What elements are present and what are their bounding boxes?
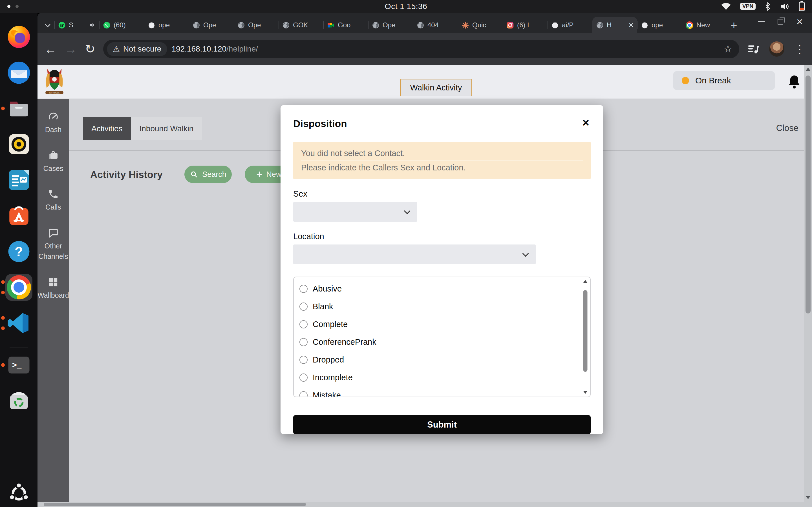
search-button[interactable]: Search <box>185 166 232 183</box>
horizontal-scroll-thumb[interactable] <box>44 503 306 506</box>
restore-icon <box>777 19 783 24</box>
tab-title: H <box>607 21 625 29</box>
address-bar[interactable]: ⚠ Not secure 192.168.10.120/helpline/ ☆ <box>103 40 739 58</box>
tab-title: Quic <box>472 21 499 29</box>
walkin-activity-button[interactable]: Walkin Activity <box>400 79 472 96</box>
radio-icon[interactable] <box>299 320 308 328</box>
dock-item[interactable]: >_ <box>5 351 33 379</box>
agent-status-selector[interactable]: On Break <box>673 71 775 90</box>
tab-inbound-walkin[interactable]: Inbound Walkin <box>131 117 202 140</box>
window-controls: × <box>752 13 809 31</box>
sidebar-item-label: Cases <box>43 163 63 174</box>
sidebar-item[interactable]: Wallboard <box>38 277 69 301</box>
browser-tab[interactable]: New × <box>682 17 727 33</box>
sidebar-item[interactable]: Dash <box>38 111 69 135</box>
browser-tab[interactable]: H × <box>592 17 637 33</box>
sidebar-item[interactable]: Calls <box>38 188 69 213</box>
disposition-option[interactable]: Abusive <box>299 280 590 298</box>
instagram-icon <box>506 21 514 29</box>
volume-icon <box>780 2 790 11</box>
scroll-down-arrow[interactable] <box>806 496 811 499</box>
dock-item[interactable] <box>5 387 33 414</box>
horizontal-scrollbar[interactable] <box>38 502 804 507</box>
dock: ? >_ <box>0 13 38 507</box>
meet-icon <box>327 21 335 29</box>
browser-tab[interactable]: GOK × <box>278 17 323 33</box>
close-window-button[interactable]: × <box>790 13 809 31</box>
whatsapp-icon <box>103 21 110 29</box>
radio-icon[interactable] <box>299 391 308 397</box>
radio-icon[interactable] <box>299 356 308 364</box>
browser-tab[interactable]: S × <box>54 17 99 33</box>
sex-select[interactable] <box>293 202 417 222</box>
disposition-option[interactable]: Mistake <box>299 386 590 397</box>
scroll-down-arrow[interactable] <box>583 391 588 394</box>
workspace-indicator[interactable] <box>7 5 18 8</box>
dock-item[interactable] <box>5 202 33 229</box>
modal-close-icon[interactable]: × <box>582 117 589 129</box>
disposition-list: Abusive Blank Complete <box>293 277 591 397</box>
disposition-option[interactable]: Complete <box>299 316 590 333</box>
browser-tab[interactable]: ope × <box>144 17 189 33</box>
disposition-option[interactable]: Incomplete <box>299 369 590 386</box>
browser-tab[interactable]: Ope × <box>234 17 278 33</box>
sidebar-item[interactable]: Other Channels <box>38 227 69 262</box>
tab-search-button[interactable] <box>41 17 54 33</box>
submit-button[interactable]: Submit <box>293 415 591 434</box>
close-link[interactable]: Close <box>776 123 799 133</box>
radio-icon[interactable] <box>299 285 308 293</box>
browser-tab[interactable]: (60) × <box>99 17 144 33</box>
restore-button[interactable] <box>771 13 790 31</box>
dock-item[interactable] <box>5 166 33 193</box>
location-select[interactable] <box>293 244 536 264</box>
scroll-up-arrow[interactable] <box>806 68 811 71</box>
browser-tab[interactable]: Goo × <box>323 17 368 33</box>
browser-tab[interactable]: Ope × <box>189 17 234 33</box>
dock-item[interactable] <box>5 131 33 158</box>
notifications-bell-icon[interactable] <box>788 74 801 89</box>
forward-button[interactable]: → <box>64 43 77 55</box>
tab-activities[interactable]: Activities <box>83 117 131 140</box>
reload-button[interactable]: ↻ <box>85 43 95 55</box>
media-controls-icon[interactable] <box>747 43 760 55</box>
security-chip[interactable]: ⚠ Not secure <box>107 42 167 56</box>
disposition-option[interactable]: ConferencePrank <box>299 333 590 351</box>
browser-tab[interactable]: (6) I × <box>503 17 548 33</box>
sidebar-item[interactable]: Cases <box>38 150 69 174</box>
radio-icon[interactable] <box>299 338 308 346</box>
system-tray[interactable]: VPN <box>721 0 805 13</box>
minimize-button[interactable] <box>752 13 771 31</box>
back-button[interactable]: ← <box>44 43 57 55</box>
dock-item[interactable] <box>5 59 33 86</box>
new-tab-button[interactable]: + <box>727 17 741 33</box>
browser-tab[interactable]: Quic × <box>458 17 503 33</box>
vertical-scrollbar[interactable] <box>804 65 812 502</box>
radio-icon[interactable] <box>299 374 308 382</box>
disposition-option[interactable]: Blank <box>299 298 590 316</box>
browser-window: S × (60) × ope <box>38 13 812 507</box>
dock-item[interactable] <box>5 309 33 337</box>
dock-item[interactable] <box>5 274 33 301</box>
browser-tab[interactable]: 404 × <box>413 17 458 33</box>
tab-audio-icon[interactable] <box>89 22 96 29</box>
browser-tab[interactable]: Ope × <box>368 17 413 33</box>
toolbar-actions: ⋮ <box>747 41 805 57</box>
dock-item[interactable] <box>5 23 33 50</box>
system-clock[interactable]: Oct 1 15:36 <box>385 0 427 13</box>
scroll-up-arrow[interactable] <box>583 280 588 283</box>
profile-avatar[interactable] <box>769 41 784 57</box>
radio-icon[interactable] <box>299 302 308 311</box>
listbox-scrollbar[interactable] <box>581 278 589 395</box>
tab-close-icon[interactable]: × <box>628 21 633 29</box>
kenya-coat-of-arms-logo: HARAMBEE <box>42 67 66 97</box>
bookmark-star-icon[interactable]: ☆ <box>723 43 737 55</box>
browser-tab[interactable]: ai/P × <box>548 17 592 33</box>
browser-tab[interactable]: ope × <box>637 17 682 33</box>
dock-item[interactable]: ? <box>5 238 33 265</box>
show-apps-button[interactable] <box>0 481 38 504</box>
dock-item[interactable] <box>5 95 33 122</box>
listbox-scroll-thumb[interactable] <box>583 290 588 372</box>
vertical-scroll-thumb[interactable] <box>806 75 811 314</box>
browser-menu-icon[interactable]: ⋮ <box>794 44 805 54</box>
disposition-option[interactable]: Dropped <box>299 351 590 369</box>
